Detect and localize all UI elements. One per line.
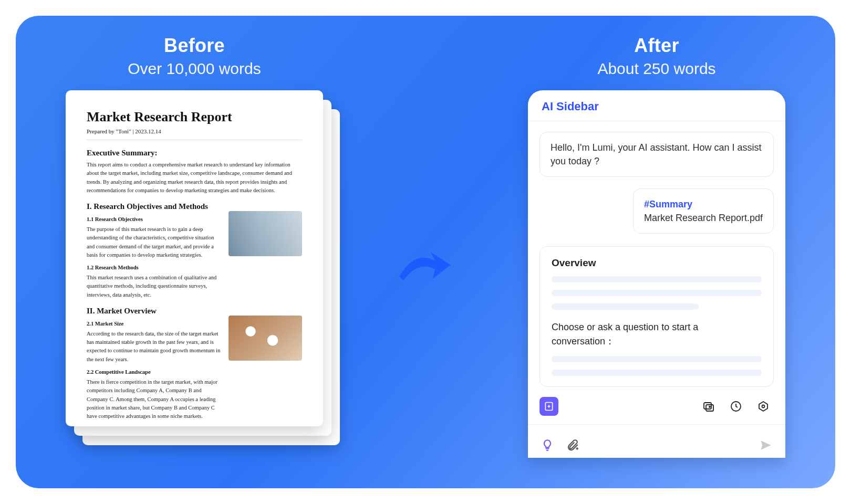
summary-file-name: Market Research Report.pdf [644, 211, 763, 225]
section-1-2-body: This market research uses a combination … [87, 274, 221, 299]
svg-point-5 [762, 405, 765, 408]
exec-summary-body: This report aims to conduct a comprehens… [87, 161, 302, 195]
before-subtitle: Over 10,000 words [128, 60, 261, 78]
section-2-heading: II. Market Overview [87, 307, 302, 316]
section-2-2-sub: 2.2 Competitive Landscape [87, 369, 221, 375]
summary-hashtag: #Summary [644, 197, 763, 211]
document-divider [87, 140, 302, 140]
before-column: Before Over 10,000 words Market Research… [47, 35, 341, 488]
overview-card: Overview Choose or ask a question to sta… [539, 246, 774, 387]
document-meta: Prepared by "Toni" | 2023.12.14 [87, 128, 302, 134]
svg-marker-4 [759, 402, 767, 411]
new-note-button[interactable] [539, 397, 558, 416]
document-image-meeting [229, 211, 302, 256]
section-2-1-body: According to the research data, the size… [87, 330, 221, 364]
after-title: After [634, 35, 679, 57]
assistant-greeting-text: Hello, I'm Lumi, your AI assistant. How … [551, 142, 762, 166]
exec-summary-heading: Executive Summary: [87, 149, 302, 158]
settings-button[interactable] [753, 396, 774, 417]
overview-skeleton-line [552, 276, 762, 282]
section-1-1-sub: 1.1 Research Objectives [87, 216, 221, 222]
ai-sidebar-footer [528, 424, 785, 458]
section-1-1-body: The purpose of this market research is t… [87, 225, 221, 259]
attach-button[interactable] [565, 437, 580, 453]
after-column: After About 250 words AI Sidebar Hello, … [510, 35, 804, 488]
document-title: Market Research Report [87, 109, 302, 125]
section-2-1-sub: 2.1 Market Size [87, 321, 221, 327]
new-chat-button[interactable] [698, 396, 719, 417]
document-stack: Market Research Report Prepared by "Toni… [66, 90, 323, 426]
comparison-canvas: Before Over 10,000 words Market Research… [16, 16, 835, 488]
after-subtitle: About 250 words [597, 60, 715, 78]
assistant-greeting-bubble: Hello, I'm Lumi, your AI assistant. How … [539, 132, 774, 177]
document-image-desk [229, 316, 302, 361]
overview-skeleton-line [552, 303, 699, 310]
user-summary-bubble: #Summary Market Research Report.pdf [633, 188, 774, 234]
section-1-2-sub: 1.2 Research Methods [87, 265, 221, 270]
overview-skeleton-line [552, 370, 762, 376]
section-2-2-body: There is fierce competition in the targe… [87, 378, 221, 421]
section-1-heading: I. Research Objectives and Methods [87, 202, 302, 211]
document-page-front: Market Research Report Prepared by "Toni… [66, 90, 323, 426]
overview-skeleton-line [552, 356, 762, 362]
before-title: Before [164, 35, 225, 57]
svg-rect-1 [704, 403, 711, 409]
overview-prompt: Choose or ask a question to start a conv… [552, 320, 762, 349]
arrow-icon [394, 234, 457, 297]
overview-skeleton-line [552, 290, 762, 296]
overview-heading: Overview [552, 257, 762, 269]
idea-button[interactable] [539, 437, 555, 453]
ai-sidebar-header: AI Sidebar [528, 90, 785, 121]
ai-sidebar-toolbar [528, 388, 785, 424]
ai-sidebar-body: Hello, I'm Lumi, your AI assistant. How … [528, 121, 785, 388]
send-button[interactable] [758, 437, 774, 453]
ai-sidebar-panel: AI Sidebar Hello, I'm Lumi, your AI assi… [528, 90, 785, 458]
ai-sidebar-title: AI Sidebar [542, 100, 772, 113]
history-button[interactable] [725, 396, 746, 417]
